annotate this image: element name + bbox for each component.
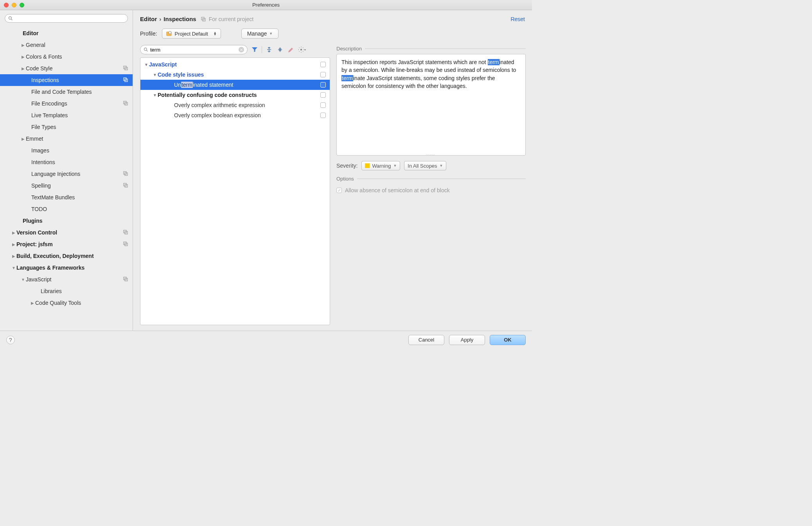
breadcrumb-separator: › [159, 16, 161, 22]
chevron-down-icon: ▼ [393, 164, 397, 168]
option-allow-absence-semicolon[interactable]: ✓ Allow absence of semicolon at end of b… [336, 184, 526, 197]
description-label: Description [336, 46, 362, 52]
inspection-label: Overly complex boolean expression [174, 112, 320, 118]
inspection-item[interactable]: ▼Code style issues [140, 70, 330, 80]
sidebar-item-languages-frameworks[interactable]: ▼Languages & Frameworks [0, 262, 133, 274]
manage-label: Manage [247, 30, 267, 37]
sidebar-item-label: Editor [23, 30, 129, 36]
sidebar-item-file-types[interactable]: File Types [0, 121, 133, 133]
disclosure-arrow: ▼ [20, 277, 26, 282]
inspection-item[interactable]: ▼JavaScript [140, 59, 330, 70]
filter-icon[interactable] [251, 46, 259, 54]
ok-button[interactable]: OK [490, 335, 526, 345]
chevron-down-icon: ▼ [439, 164, 443, 168]
sidebar-item-label: Inspections [31, 77, 122, 83]
sidebar-item-plugins[interactable]: Plugins [0, 215, 133, 227]
sidebar-item-label: Languages & Frameworks [16, 265, 129, 271]
sidebar-item-build-execution-deployment[interactable]: ▶Build, Execution, Deployment [0, 250, 133, 262]
window-titlebar: Preferences [0, 0, 532, 10]
profile-icon [166, 31, 172, 36]
sidebar-search-input[interactable] [15, 16, 124, 21]
sidebar-item-label: Version Control [16, 229, 122, 236]
sidebar-item-language-injections[interactable]: Language Injections [0, 168, 133, 180]
inspection-item[interactable]: Unterminated statement [140, 80, 330, 90]
sidebar-item-project-jsfsm[interactable]: ▶Project: jsfsm [0, 238, 133, 250]
disclosure-arrow: ▶ [11, 231, 16, 235]
disclosure-arrow: ▶ [20, 55, 26, 59]
inspection-search-field[interactable]: ✕ [140, 45, 248, 54]
window-title: Preferences [0, 2, 532, 8]
more-settings-icon[interactable]: ▾ [298, 46, 306, 54]
inspection-enable-checkbox[interactable] [320, 113, 326, 118]
inspection-item[interactable]: Overly complex arithmetic expression [140, 100, 330, 110]
sidebar-item-textmate-bundles[interactable]: TextMate Bundles [0, 191, 133, 203]
sidebar-item-code-style[interactable]: ▶Code Style [0, 63, 133, 74]
scope-select[interactable]: In All Scopes ▼ [404, 161, 446, 170]
inspection-label: Overly complex arithmetic expression [174, 102, 320, 108]
sidebar-item-label: Libraries [41, 288, 129, 294]
project-level-icon [122, 100, 129, 107]
inspection-enable-checkbox[interactable] [320, 72, 326, 77]
svg-line-1 [11, 19, 13, 20]
inspection-search-input[interactable] [150, 47, 239, 53]
cancel-button[interactable]: Cancel [408, 335, 444, 345]
sidebar-item-version-control[interactable]: ▶Version Control [0, 227, 133, 238]
sidebar-item-file-encodings[interactable]: File Encodings [0, 98, 133, 109]
inspection-enable-checkbox[interactable] [320, 82, 326, 88]
manage-profile-button[interactable]: Manage ▼ [241, 29, 279, 39]
sidebar-item-file-and-code-templates[interactable]: File and Code Templates [0, 86, 133, 98]
sidebar-item-colors-fonts[interactable]: ▶Colors & Fonts [0, 51, 133, 63]
option-checkbox[interactable]: ✓ [336, 188, 342, 193]
toolbar-separator [262, 46, 262, 53]
sidebar-item-todo[interactable]: TODO [0, 203, 133, 215]
breadcrumb-root[interactable]: Editor [140, 16, 157, 22]
sidebar-item-label: Plugins [23, 218, 129, 224]
inspection-label: JavaScript [149, 61, 320, 68]
inspection-enable-checkbox[interactable] [320, 102, 326, 108]
apply-button[interactable]: Apply [449, 335, 485, 345]
options-section-label: Options [336, 176, 526, 182]
sidebar-item-libraries[interactable]: Libraries [0, 285, 133, 297]
sidebar-item-label: File Types [31, 124, 129, 130]
sidebar-item-inspections[interactable]: Inspections [0, 74, 133, 86]
sidebar-item-intentions[interactable]: Intentions [0, 156, 133, 168]
sidebar-item-live-templates[interactable]: Live Templates [0, 109, 133, 121]
reset-defaults-icon[interactable] [287, 46, 295, 54]
sidebar-item-images[interactable]: Images [0, 145, 133, 156]
disclosure-arrow: ▼ [152, 93, 158, 97]
sidebar-item-javascript[interactable]: ▼JavaScript [0, 274, 133, 285]
expand-all-icon[interactable] [265, 46, 273, 54]
sidebar-item-label: JavaScript [26, 276, 122, 283]
inspection-item[interactable]: ▼Potentially confusing code constructs [140, 90, 330, 100]
inspection-enable-checkbox[interactable] [320, 92, 326, 98]
clear-search-button[interactable]: ✕ [239, 47, 244, 52]
disclosure-arrow: ▶ [20, 137, 26, 141]
inspection-item[interactable]: Overly complex boolean expression [140, 110, 330, 120]
sidebar-item-spelling[interactable]: Spelling [0, 180, 133, 191]
search-icon [144, 47, 148, 52]
sidebar-item-label: Intentions [31, 159, 129, 165]
project-level-icon [122, 241, 129, 247]
collapse-all-icon[interactable] [276, 46, 284, 54]
inspection-enable-checkbox[interactable] [320, 62, 326, 67]
severity-color-swatch [365, 163, 370, 168]
breadcrumb: Editor › Inspections For current project [140, 16, 253, 22]
resize-grip[interactable]: •••••• [427, 153, 436, 157]
sidebar-item-label: General [26, 42, 129, 48]
sidebar-item-label: TODO [31, 206, 129, 212]
severity-select[interactable]: Warning ▼ [361, 161, 400, 170]
sidebar-item-emmet[interactable]: ▶Emmet [0, 133, 133, 145]
sidebar-item-editor[interactable]: Editor [0, 27, 133, 39]
sidebar-search-field[interactable] [5, 14, 128, 23]
sidebar-item-code-quality-tools[interactable]: ▶Code Quality Tools [0, 297, 133, 309]
sidebar-item-label: Images [31, 147, 129, 154]
profile-select[interactable]: Project Default ▲▼ [162, 29, 221, 39]
help-button[interactable]: ? [6, 336, 15, 344]
reset-link[interactable]: Reset [510, 16, 525, 22]
select-stepper-icon: ▲▼ [214, 32, 217, 36]
project-level-icon [122, 171, 129, 177]
project-scope-icon [201, 17, 206, 21]
sidebar-item-label: Colors & Fonts [26, 54, 129, 60]
sidebar-item-general[interactable]: ▶General [0, 39, 133, 51]
disclosure-arrow: ▼ [11, 266, 16, 270]
